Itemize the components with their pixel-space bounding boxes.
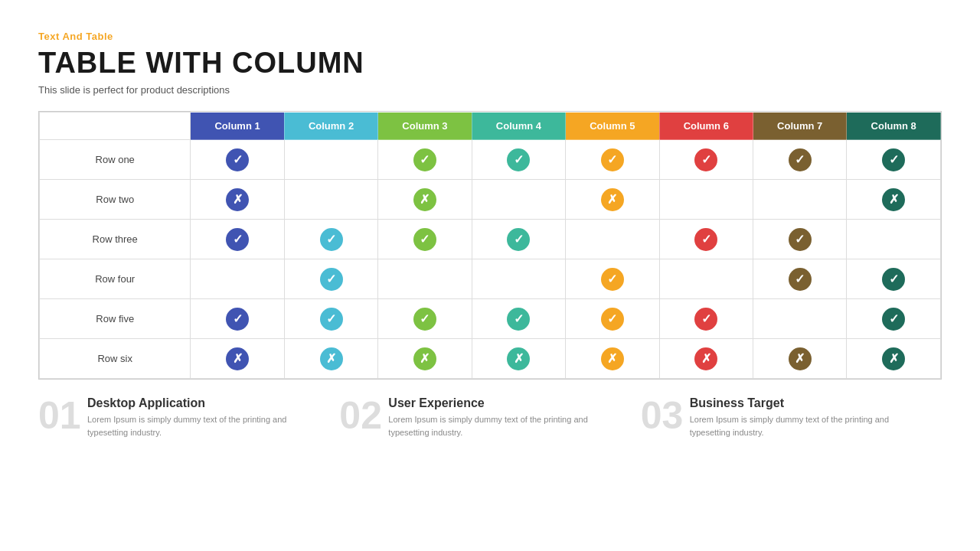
cell-1-1 bbox=[284, 180, 377, 220]
cross-icon: ✗ bbox=[413, 347, 436, 370]
cell-4-5: ✓ bbox=[659, 299, 753, 339]
bottom-item-2: 03Business TargetLorem Ipsum is simply d… bbox=[641, 396, 942, 439]
cross-icon: ✗ bbox=[882, 347, 905, 370]
cell-3-0 bbox=[191, 259, 284, 299]
table-row: Row five✓✓✓✓✓✓✓ bbox=[40, 299, 941, 339]
check-icon: ✓ bbox=[226, 308, 249, 331]
bottom-heading-2: Business Target bbox=[690, 396, 926, 410]
check-icon: ✓ bbox=[601, 268, 624, 291]
check-icon: ✓ bbox=[320, 228, 343, 251]
row-label-3: Row four bbox=[40, 259, 191, 299]
cell-1-7: ✗ bbox=[847, 180, 941, 220]
check-icon: ✓ bbox=[226, 148, 249, 171]
slide: Text And Table TABLE WITH COLUMN This sl… bbox=[0, 0, 980, 551]
check-icon: ✓ bbox=[413, 148, 436, 171]
cell-1-4: ✗ bbox=[566, 180, 659, 220]
check-icon: ✓ bbox=[320, 308, 343, 331]
cross-icon: ✗ bbox=[601, 347, 624, 370]
cell-2-0: ✓ bbox=[191, 220, 284, 259]
cell-3-2 bbox=[378, 259, 472, 299]
cell-5-7: ✗ bbox=[847, 339, 941, 379]
check-icon: ✓ bbox=[882, 148, 905, 171]
table-wrapper: Column 1Column 2Column 3Column 4Column 5… bbox=[38, 111, 942, 380]
cross-icon: ✗ bbox=[882, 188, 905, 211]
bottom-num-2: 03 bbox=[641, 396, 679, 435]
check-icon: ✓ bbox=[226, 228, 249, 251]
bottom-body-2: Lorem Ipsum is simply dummy text of the … bbox=[690, 413, 926, 439]
row-label-0: Row one bbox=[40, 140, 191, 180]
cell-1-3 bbox=[472, 180, 565, 220]
row-label-4: Row five bbox=[40, 299, 191, 339]
cell-5-4: ✗ bbox=[566, 339, 659, 379]
check-icon: ✓ bbox=[789, 148, 812, 171]
cross-icon: ✗ bbox=[226, 188, 249, 211]
description: This slide is perfect for product descri… bbox=[38, 84, 942, 96]
cell-4-7: ✓ bbox=[847, 299, 941, 339]
bottom-item-1: 02User ExperienceLorem Ipsum is simply d… bbox=[339, 396, 640, 439]
check-icon: ✓ bbox=[789, 268, 812, 291]
cell-5-1: ✗ bbox=[284, 339, 377, 379]
table-row: Row six✗✗✗✗✗✗✗✗ bbox=[40, 339, 941, 379]
subtitle: Text And Table bbox=[38, 31, 942, 42]
cross-icon: ✗ bbox=[320, 347, 343, 370]
check-icon: ✓ bbox=[694, 228, 717, 251]
cell-3-4: ✓ bbox=[566, 259, 659, 299]
cell-0-0: ✓ bbox=[191, 140, 284, 180]
col-header-7: Column 7 bbox=[753, 112, 847, 140]
cell-5-3: ✗ bbox=[472, 339, 565, 379]
bottom-num-0: 01 bbox=[38, 396, 77, 435]
cell-0-2: ✓ bbox=[378, 140, 472, 180]
bottom-heading-0: Desktop Application bbox=[87, 396, 324, 410]
cell-3-6: ✓ bbox=[753, 259, 847, 299]
cross-icon: ✗ bbox=[694, 347, 717, 370]
check-icon: ✓ bbox=[882, 308, 905, 331]
col-header-8: Column 8 bbox=[847, 112, 941, 140]
table-row: Row three✓✓✓✓✓✓ bbox=[40, 220, 941, 259]
bottom-text-block-0: Desktop ApplicationLorem Ipsum is simply… bbox=[87, 396, 324, 439]
check-icon: ✓ bbox=[789, 228, 812, 251]
table-row: Row four✓✓✓✓ bbox=[40, 259, 941, 299]
cell-3-1: ✓ bbox=[284, 259, 377, 299]
bottom-heading-1: User Experience bbox=[388, 396, 625, 410]
check-icon: ✓ bbox=[882, 268, 905, 291]
bottom-num-1: 02 bbox=[339, 396, 377, 435]
cell-5-6: ✗ bbox=[753, 339, 847, 379]
col-header-4: Column 4 bbox=[472, 112, 565, 140]
check-icon: ✓ bbox=[320, 268, 343, 291]
cell-1-2: ✗ bbox=[378, 180, 472, 220]
cell-4-3: ✓ bbox=[472, 299, 565, 339]
cell-4-4: ✓ bbox=[566, 299, 659, 339]
cell-2-4 bbox=[566, 220, 659, 259]
cell-2-6: ✓ bbox=[753, 220, 847, 259]
check-icon: ✓ bbox=[694, 308, 717, 331]
cell-5-2: ✗ bbox=[378, 339, 472, 379]
check-icon: ✓ bbox=[601, 148, 624, 171]
cross-icon: ✗ bbox=[507, 347, 530, 370]
row-label-5: Row six bbox=[40, 339, 191, 379]
cell-0-3: ✓ bbox=[472, 140, 565, 180]
bottom-text-block-2: Business TargetLorem Ipsum is simply dum… bbox=[690, 396, 926, 439]
cell-2-1: ✓ bbox=[284, 220, 377, 259]
cell-0-1 bbox=[284, 140, 377, 180]
bottom-section: 01Desktop ApplicationLorem Ipsum is simp… bbox=[38, 396, 942, 439]
cell-1-6 bbox=[753, 180, 847, 220]
cell-4-0: ✓ bbox=[191, 299, 284, 339]
cell-0-4: ✓ bbox=[566, 140, 659, 180]
cross-icon: ✗ bbox=[413, 188, 436, 211]
bottom-item-0: 01Desktop ApplicationLorem Ipsum is simp… bbox=[38, 396, 339, 439]
check-icon: ✓ bbox=[694, 148, 717, 171]
cell-2-7 bbox=[847, 220, 941, 259]
col-header-3: Column 3 bbox=[378, 112, 472, 140]
cell-4-6 bbox=[753, 299, 847, 339]
bottom-body-0: Lorem Ipsum is simply dummy text of the … bbox=[87, 413, 324, 439]
cell-0-6: ✓ bbox=[753, 140, 847, 180]
check-icon: ✓ bbox=[507, 308, 530, 331]
check-icon: ✓ bbox=[601, 308, 624, 331]
page-title: TABLE WITH COLUMN bbox=[38, 47, 942, 80]
cell-1-5 bbox=[659, 180, 753, 220]
cell-3-7: ✓ bbox=[847, 259, 941, 299]
check-icon: ✓ bbox=[507, 148, 530, 171]
col-header-1: Column 1 bbox=[191, 112, 284, 140]
cell-3-5 bbox=[659, 259, 753, 299]
check-icon: ✓ bbox=[413, 308, 436, 331]
